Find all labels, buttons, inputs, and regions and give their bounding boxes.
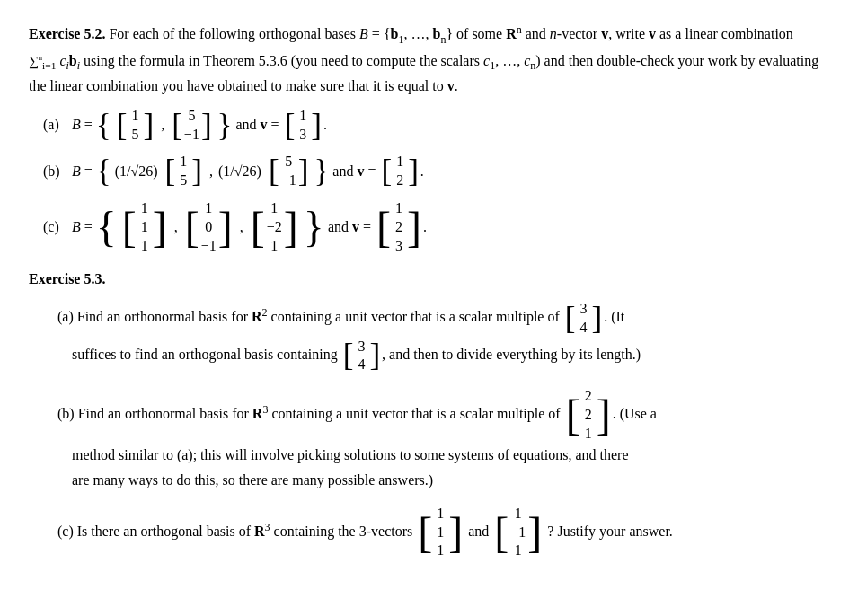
part-a-and-v: and v = xyxy=(236,112,283,138)
left-bracket: [ xyxy=(494,515,509,551)
part-c-label: (c) xyxy=(57,524,74,539)
right-bracket: ] xyxy=(143,111,154,140)
part-b-v1: [ 1 5 ] xyxy=(165,153,202,190)
entry-3: 1 xyxy=(434,541,447,560)
left-bracket: [ xyxy=(285,111,296,140)
part-a-v2-entries: 5 −1 xyxy=(184,107,199,145)
left-bracket: [ xyxy=(566,397,580,434)
left-brace: { xyxy=(96,111,111,140)
entry-1: 1 xyxy=(434,505,447,524)
entry-3: 1 xyxy=(582,425,595,444)
part-b-set: { (1/√26) [ 1 5 ] , (1/√26) [ xyxy=(96,153,329,190)
left-bracket: [ xyxy=(172,111,182,140)
v-entry-1: 1 xyxy=(393,199,405,218)
right-bracket: ] xyxy=(153,209,167,246)
entry-2: 4 xyxy=(577,319,589,338)
v-entry-3: 3 xyxy=(393,237,405,256)
part-a-B-prefix: B = xyxy=(72,112,96,138)
part-a-v1-entries: 1 5 xyxy=(128,107,141,145)
exercise-53-part-b: (b) Find an orthonormal basis for R3 con… xyxy=(57,387,820,492)
part-c-set: { [ 1 1 1 ] , [ 1 xyxy=(96,199,324,255)
part-c-v2: [ 1 0 −1 ] xyxy=(185,199,233,255)
left-bracket: [ xyxy=(117,111,128,140)
entry-3-2: −2 xyxy=(267,218,282,237)
part-c-B-prefix: B = xyxy=(72,215,96,241)
ex53-c-vector1: [ 1 1 1 ] xyxy=(418,505,463,560)
part-b-and-v: and v = xyxy=(332,159,379,185)
entry-3-3: 1 xyxy=(268,237,280,256)
entry-2-2: 0 xyxy=(202,218,215,237)
ex53-a-v2-entries: 3 4 xyxy=(355,338,367,375)
entry-1-2: 5 xyxy=(177,172,190,190)
exercise-52-part-b: (b) B = { (1/√26) [ 1 5 ] , (1/√26) xyxy=(43,153,820,190)
ex53-c-and: and xyxy=(468,524,492,539)
left-brace: { xyxy=(96,209,117,246)
comma: , xyxy=(240,215,243,241)
entry-2: 2 xyxy=(582,406,595,425)
exercise-52-part-c: (c) B = { [ 1 1 1 ] , [ xyxy=(43,199,820,255)
v-entry-1: 1 xyxy=(296,107,309,126)
exercise-52-intro: Exercise 5.2. For each of the following … xyxy=(29,22,820,98)
entry-1-3: 1 xyxy=(138,237,151,256)
part-b-v-result: [ 1 2 ] xyxy=(381,153,418,190)
right-bracket: ] xyxy=(298,157,309,186)
part-a-period: . xyxy=(323,112,327,138)
part-b-vectors: (1/√26) [ 1 5 ] , (1/√26) [ 5 xyxy=(111,153,314,190)
ex53-c-v2-entries: 1 −1 1 xyxy=(510,505,526,560)
entry-1-1: 1 xyxy=(177,153,190,172)
entry-2-2: −1 xyxy=(184,126,199,145)
ex53-a-vector2: [ 3 4 ] xyxy=(343,338,380,375)
part-b-v1-entries: 1 5 xyxy=(177,153,190,190)
ex53-a-v1-entries: 3 4 xyxy=(577,300,589,338)
exercise-53: Exercise 5.3. (a) Find an orthonormal ba… xyxy=(29,268,820,560)
v-entry-1: 1 xyxy=(394,153,406,172)
entry-2: −1 xyxy=(510,524,526,542)
ex53-b-v-entries: 2 2 1 xyxy=(582,387,595,443)
left-bracket: [ xyxy=(381,157,392,186)
part-b-B-prefix: B = xyxy=(72,159,96,185)
right-bracket: ] xyxy=(408,157,419,186)
entry-2-2: −1 xyxy=(281,172,296,190)
exercise-52-title: Exercise 5.2. xyxy=(29,26,105,41)
part-c-vectors: [ 1 1 1 ] , [ 1 0 −1 xyxy=(117,199,304,255)
left-bracket: [ xyxy=(122,209,137,246)
entry-2-1: 5 xyxy=(185,107,198,126)
part-b-label: (b) xyxy=(43,159,72,185)
entry-2: 1 xyxy=(434,524,447,542)
right-bracket: ] xyxy=(448,515,463,551)
part-b-label: (b) xyxy=(57,406,75,421)
part-c-v-entries: 1 2 3 xyxy=(393,199,405,255)
exercise-53-title: Exercise 5.3. xyxy=(29,271,105,286)
ex53-b-vector: [ 2 2 1 ] xyxy=(566,387,611,443)
exercise-53-part-a: (a) Find an orthonormal basis for R2 con… xyxy=(57,300,820,374)
part-c-and-v: and v = xyxy=(328,215,375,241)
right-brace: } xyxy=(304,209,324,246)
entry-1-1: 1 xyxy=(138,199,151,218)
entry-2-1: 5 xyxy=(282,153,295,172)
entry-1: 1 xyxy=(512,505,525,524)
ex53-c-v1-entries: 1 1 1 xyxy=(434,505,447,560)
left-bracket: [ xyxy=(185,209,199,246)
entry-2-3: −1 xyxy=(201,237,217,256)
entry-1: 3 xyxy=(355,338,367,356)
part-b-period: . xyxy=(420,159,424,185)
entry-1-2: 1 xyxy=(138,218,151,237)
part-c-v-result: [ 1 2 3 ] xyxy=(376,199,421,255)
ex53-a-vector1: [ 3 4 ] xyxy=(565,300,602,338)
left-bracket: [ xyxy=(418,515,432,551)
entry-1-1: 1 xyxy=(128,107,141,126)
left-bracket: [ xyxy=(165,157,176,186)
right-bracket: ] xyxy=(407,209,421,246)
v-entry-2: 3 xyxy=(296,126,309,145)
part-a-set: { [ 1 5 ] , [ 5 −1 xyxy=(96,107,233,145)
entry-1: 2 xyxy=(582,387,595,406)
comma: , xyxy=(161,112,164,138)
part-c-v2-entries: 1 0 −1 xyxy=(201,199,217,255)
right-bracket: ] xyxy=(527,515,542,551)
left-bracket: [ xyxy=(269,157,279,186)
right-bracket: ] xyxy=(201,111,212,140)
left-bracket: [ xyxy=(343,341,354,370)
part-b-scale2: (1/√26) xyxy=(218,159,261,185)
exercise-53-title-line: Exercise 5.3. xyxy=(29,268,820,291)
comma: , xyxy=(209,159,213,185)
